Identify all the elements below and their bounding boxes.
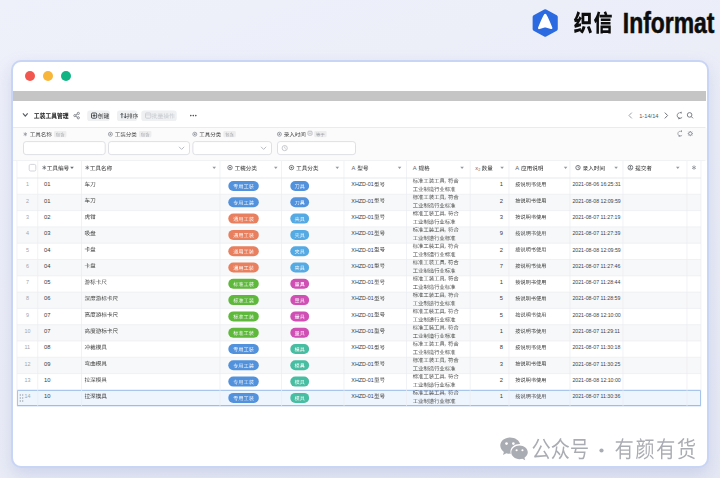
svg-text:14: 14 — [25, 393, 31, 399]
svg-text:2: 2 — [500, 247, 503, 253]
svg-text:2: 2 — [26, 198, 29, 204]
svg-text:3: 3 — [26, 214, 29, 220]
svg-text:10: 10 — [44, 393, 50, 399]
svg-text:2: 2 — [500, 377, 503, 383]
svg-text:9: 9 — [500, 230, 503, 236]
svg-text:2021-08-07 11:30:18: 2021-08-07 11:30:18 — [572, 344, 620, 350]
svg-text:2021-08-07 11:30:36: 2021-08-07 11:30:36 — [572, 393, 620, 399]
svg-text:10: 10 — [44, 377, 50, 383]
svg-text:2021-08-08 12:10:00: 2021-08-08 12:10:00 — [572, 377, 620, 383]
svg-text:2021-08-07 11:27:19: 2021-08-07 11:27:19 — [572, 214, 620, 220]
svg-text:01: 01 — [44, 198, 50, 204]
svg-text:13: 13 — [25, 377, 31, 383]
svg-text:A: A — [352, 165, 356, 171]
svg-text:07: 07 — [44, 312, 50, 318]
svg-text:06: 06 — [44, 295, 50, 301]
svg-text:2: 2 — [478, 168, 480, 172]
svg-text:A: A — [515, 165, 519, 171]
svg-text:04: 04 — [44, 263, 51, 269]
svg-text:1-14/14: 1-14/14 — [639, 113, 659, 119]
svg-text:6: 6 — [26, 263, 29, 269]
svg-text:2021-08-07 11:29:11: 2021-08-07 11:29:11 — [572, 328, 620, 334]
svg-text:5: 5 — [500, 295, 503, 301]
svg-text:5: 5 — [26, 247, 29, 253]
svg-text:2021-08-07 11:28:44: 2021-08-07 11:28:44 — [572, 279, 620, 285]
svg-text:1: 1 — [500, 328, 503, 334]
svg-text:2021-08-08 12:10:00: 2021-08-08 12:10:00 — [572, 311, 620, 317]
svg-text:4: 4 — [26, 230, 29, 236]
svg-text:5: 5 — [500, 312, 503, 318]
svg-text:03: 03 — [44, 230, 50, 236]
svg-text:8: 8 — [26, 295, 29, 301]
svg-text:3: 3 — [500, 361, 503, 367]
svg-text:7: 7 — [500, 263, 503, 269]
svg-text:7: 7 — [26, 279, 29, 285]
svg-text:04: 04 — [44, 247, 51, 253]
svg-text:1: 1 — [500, 393, 503, 399]
svg-text:A: A — [413, 165, 417, 171]
svg-text:2: 2 — [500, 198, 503, 204]
svg-text:05: 05 — [44, 279, 50, 285]
svg-text:10: 10 — [25, 328, 31, 334]
svg-text:02: 02 — [44, 214, 50, 220]
svg-text:01: 01 — [44, 181, 50, 187]
svg-text:3: 3 — [500, 214, 503, 220]
svg-text:2021-08-07 11:30:25: 2021-08-07 11:30:25 — [572, 360, 620, 366]
svg-text:2021-08-07 11:28:59: 2021-08-07 11:28:59 — [572, 295, 620, 301]
svg-text:8: 8 — [500, 344, 503, 350]
svg-text:2021-08-06 16:25:31: 2021-08-06 16:25:31 — [572, 181, 620, 187]
svg-text:Informat: Informat — [623, 6, 715, 39]
svg-text:08: 08 — [44, 344, 50, 350]
svg-text:1: 1 — [26, 181, 29, 187]
svg-text:11: 11 — [25, 344, 31, 350]
svg-text:09: 09 — [44, 361, 50, 367]
svg-text:1: 1 — [500, 279, 503, 285]
svg-text:2021-08-07 11:27:46: 2021-08-07 11:27:46 — [572, 262, 620, 268]
svg-text:1: 1 — [500, 181, 503, 187]
svg-text:9: 9 — [26, 312, 29, 318]
svg-text:07: 07 — [44, 328, 50, 334]
svg-text:2021-08-08 12:09:59: 2021-08-08 12:09:59 — [572, 246, 620, 252]
svg-text:2021-08-07 11:27:39: 2021-08-07 11:27:39 — [572, 230, 620, 236]
svg-text:2021-08-08 12:09:59: 2021-08-08 12:09:59 — [572, 197, 620, 203]
svg-text:12: 12 — [25, 361, 31, 367]
